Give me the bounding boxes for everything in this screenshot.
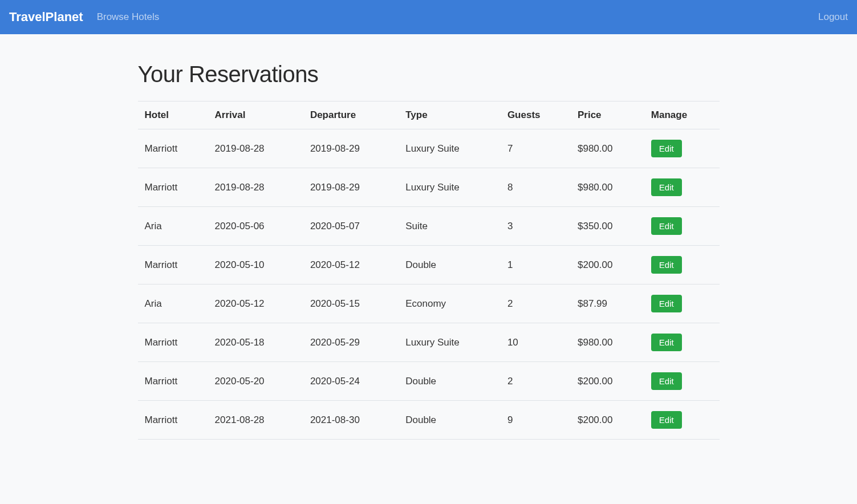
cell-type: Luxury Suite	[399, 323, 501, 362]
table-row: Marriott2019-08-282019-08-29Luxury Suite…	[138, 168, 720, 207]
logout-link[interactable]: Logout	[818, 11, 848, 22]
navbar-right: Logout	[818, 11, 848, 23]
cell-price: $87.99	[571, 284, 644, 323]
edit-button[interactable]: Edit	[651, 256, 682, 274]
cell-departure: 2019-08-29	[303, 168, 399, 207]
edit-button[interactable]: Edit	[651, 178, 682, 196]
cell-departure: 2021-08-30	[303, 401, 399, 440]
cell-departure: 2019-08-29	[303, 129, 399, 168]
cell-price: $980.00	[571, 168, 644, 207]
cell-hotel: Marriott	[138, 401, 208, 440]
cell-hotel: Marriott	[138, 168, 208, 207]
cell-manage: Edit	[644, 362, 720, 401]
cell-arrival: 2020-05-18	[208, 323, 303, 362]
table-row: Marriott2021-08-282021-08-30Double9$200.…	[138, 401, 720, 440]
col-hotel: Hotel	[138, 101, 208, 129]
table-row: Marriott2020-05-182020-05-29Luxury Suite…	[138, 323, 720, 362]
cell-hotel: Marriott	[138, 129, 208, 168]
table-row: Aria2020-05-122020-05-15Economy2$87.99Ed…	[138, 284, 720, 323]
cell-guests: 8	[501, 168, 571, 207]
table-row: Aria2020-05-062020-05-07Suite3$350.00Edi…	[138, 207, 720, 246]
cell-price: $200.00	[571, 362, 644, 401]
table-body: Marriott2019-08-282019-08-29Luxury Suite…	[138, 129, 720, 440]
cell-guests: 2	[501, 362, 571, 401]
cell-manage: Edit	[644, 401, 720, 440]
cell-arrival: 2020-05-06	[208, 207, 303, 246]
edit-button[interactable]: Edit	[651, 372, 682, 390]
cell-guests: 2	[501, 284, 571, 323]
cell-manage: Edit	[644, 246, 720, 284]
col-type: Type	[399, 101, 501, 129]
cell-hotel: Aria	[138, 284, 208, 323]
cell-arrival: 2020-05-20	[208, 362, 303, 401]
col-departure: Departure	[303, 101, 399, 129]
cell-arrival: 2020-05-10	[208, 246, 303, 284]
cell-arrival: 2020-05-12	[208, 284, 303, 323]
col-arrival: Arrival	[208, 101, 303, 129]
cell-guests: 1	[501, 246, 571, 284]
main-container: Your Reservations Hotel Arrival Departur…	[127, 34, 731, 462]
cell-guests: 7	[501, 129, 571, 168]
edit-button[interactable]: Edit	[651, 295, 682, 312]
reservations-table: Hotel Arrival Departure Type Guests Pric…	[138, 101, 720, 440]
cell-price: $350.00	[571, 207, 644, 246]
cell-guests: 9	[501, 401, 571, 440]
cell-price: $980.00	[571, 323, 644, 362]
cell-hotel: Marriott	[138, 246, 208, 284]
cell-departure: 2020-05-15	[303, 284, 399, 323]
edit-button[interactable]: Edit	[651, 217, 682, 235]
navbar: TravelPlanet Browse Hotels Logout	[0, 0, 857, 34]
cell-arrival: 2019-08-28	[208, 168, 303, 207]
col-guests: Guests	[501, 101, 571, 129]
cell-manage: Edit	[644, 168, 720, 207]
cell-arrival: 2021-08-28	[208, 401, 303, 440]
page-title: Your Reservations	[138, 62, 720, 87]
cell-price: $980.00	[571, 129, 644, 168]
cell-hotel: Marriott	[138, 323, 208, 362]
cell-hotel: Marriott	[138, 362, 208, 401]
cell-type: Suite	[399, 207, 501, 246]
table-header: Hotel Arrival Departure Type Guests Pric…	[138, 101, 720, 129]
cell-type: Double	[399, 362, 501, 401]
cell-departure: 2020-05-24	[303, 362, 399, 401]
table-row: Marriott2019-08-282019-08-29Luxury Suite…	[138, 129, 720, 168]
cell-type: Luxury Suite	[399, 168, 501, 207]
brand-link[interactable]: TravelPlanet	[9, 10, 83, 25]
col-price: Price	[571, 101, 644, 129]
edit-button[interactable]: Edit	[651, 140, 682, 157]
cell-manage: Edit	[644, 284, 720, 323]
edit-button[interactable]: Edit	[651, 334, 682, 351]
cell-price: $200.00	[571, 246, 644, 284]
edit-button[interactable]: Edit	[651, 411, 682, 429]
cell-departure: 2020-05-29	[303, 323, 399, 362]
cell-arrival: 2019-08-28	[208, 129, 303, 168]
cell-hotel: Aria	[138, 207, 208, 246]
cell-type: Luxury Suite	[399, 129, 501, 168]
cell-manage: Edit	[644, 323, 720, 362]
cell-guests: 10	[501, 323, 571, 362]
cell-type: Economy	[399, 284, 501, 323]
cell-manage: Edit	[644, 129, 720, 168]
cell-guests: 3	[501, 207, 571, 246]
cell-price: $200.00	[571, 401, 644, 440]
cell-type: Double	[399, 401, 501, 440]
cell-departure: 2020-05-12	[303, 246, 399, 284]
col-manage: Manage	[644, 101, 720, 129]
cell-type: Double	[399, 246, 501, 284]
table-row: Marriott2020-05-102020-05-12Double1$200.…	[138, 246, 720, 284]
browse-hotels-link[interactable]: Browse Hotels	[97, 11, 160, 23]
table-row: Marriott2020-05-202020-05-24Double2$200.…	[138, 362, 720, 401]
cell-departure: 2020-05-07	[303, 207, 399, 246]
cell-manage: Edit	[644, 207, 720, 246]
